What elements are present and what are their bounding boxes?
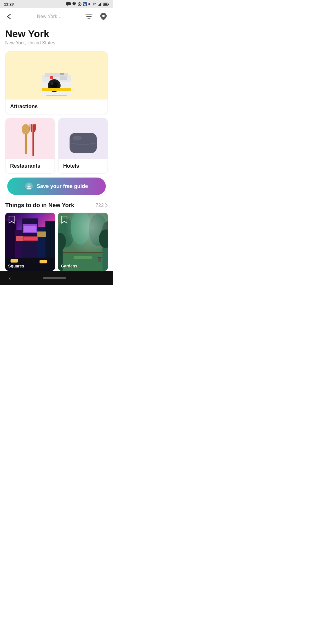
svg-rect-0	[66, 2, 71, 5]
svg-rect-68	[74, 256, 92, 259]
hotels-label: Hotels	[59, 159, 108, 173]
restaurants-label: Restaurants	[6, 159, 54, 173]
svg-rect-38	[35, 124, 36, 131]
bookmark-svg	[8, 216, 15, 224]
svg-point-57	[18, 259, 21, 264]
nav-action-icons	[84, 12, 108, 21]
things-to-do-count[interactable]: 722	[96, 202, 108, 208]
save-guide-label: Save your free guide	[37, 183, 88, 189]
wifi-icon	[92, 2, 96, 6]
location-button[interactable]	[99, 12, 108, 21]
heart-icon	[72, 2, 76, 6]
svg-rect-30	[46, 95, 67, 96]
main-content: New York New York, United States	[0, 25, 113, 173]
svg-rect-33	[25, 134, 27, 154]
svg-point-58	[27, 260, 29, 264]
status-icons: W	[66, 2, 109, 6]
svg-point-32	[22, 124, 30, 135]
svg-rect-21	[45, 73, 68, 77]
svg-rect-8	[98, 5, 99, 6]
restaurants-card[interactable]: Restaurants	[5, 118, 55, 173]
svg-rect-9	[99, 4, 100, 6]
nav-title: New York ↓	[37, 14, 61, 19]
attractions-image	[6, 52, 108, 100]
times-square-card[interactable]: Squares	[5, 213, 55, 271]
svg-text:W: W	[83, 3, 86, 6]
hotels-card[interactable]: Hotels	[58, 118, 108, 173]
bookmark-icon-central-park[interactable]	[61, 216, 68, 225]
svg-point-6	[88, 3, 90, 5]
svg-rect-39	[70, 133, 97, 153]
svg-rect-29	[60, 73, 64, 75]
bookmark-svg-2	[61, 216, 68, 224]
svg-rect-50	[16, 236, 23, 241]
svg-point-60	[47, 258, 50, 264]
back-arrow-icon	[6, 14, 13, 19]
location-pin-icon	[100, 13, 107, 20]
central-park-label: Gardens	[61, 264, 77, 268]
svg-point-59	[33, 259, 35, 264]
count-number: 722	[96, 202, 104, 208]
svg-rect-34	[32, 124, 34, 156]
svg-rect-13	[108, 3, 109, 5]
central-park-card[interactable]: Gardens	[58, 213, 108, 271]
back-button[interactable]	[5, 12, 14, 21]
battery-icon	[103, 3, 109, 6]
chevron-right-icon	[105, 203, 108, 208]
svg-rect-36	[34, 124, 35, 132]
svg-rect-10	[100, 3, 101, 6]
filter-icon	[85, 14, 93, 19]
time-display: 11:28	[4, 2, 14, 6]
back-chevron[interactable]: ‹	[9, 275, 11, 281]
svg-point-3	[79, 3, 80, 5]
download-icon	[25, 182, 33, 190]
attractions-label: Attractions	[6, 100, 108, 114]
home-indicator	[43, 277, 66, 279]
signal-icon	[98, 2, 102, 6]
svg-rect-53	[24, 237, 38, 240]
status-time: 11:28	[4, 2, 14, 6]
cutlery-svg	[16, 121, 45, 159]
svg-point-31	[51, 82, 53, 85]
message-icon	[66, 2, 71, 6]
pillow-svg	[67, 130, 99, 156]
svg-rect-49	[24, 226, 37, 232]
status-bar: 11:28 W	[0, 0, 113, 8]
svg-point-18	[102, 15, 105, 17]
attractions-card[interactable]: Attractions	[5, 51, 108, 114]
dot-icon	[88, 3, 90, 5]
top-nav: New York ↓	[0, 8, 113, 25]
restaurants-image	[6, 118, 54, 159]
filter-button[interactable]	[84, 12, 94, 21]
svg-rect-35	[31, 124, 32, 132]
times-square-label: Squares	[8, 264, 24, 268]
svg-rect-28	[60, 76, 67, 80]
svg-rect-27	[42, 88, 71, 91]
category-cards-row: Restaurants Hotels	[5, 118, 108, 173]
svg-point-26	[50, 76, 53, 79]
svg-rect-75	[98, 257, 102, 258]
svg-marker-1	[67, 5, 68, 6]
photo-grid: Squares	[0, 213, 113, 271]
things-to-do-header: Things to do in New York 722	[0, 202, 113, 209]
hotels-image	[59, 118, 108, 159]
bookmark-icon-times-square[interactable]	[8, 216, 15, 225]
svg-point-7	[94, 5, 94, 6]
city-title: New York	[5, 28, 108, 39]
word-icon: W	[83, 2, 87, 6]
svg-point-40	[73, 136, 82, 140]
camera-svg	[38, 65, 75, 100]
city-subtitle: New York, United States	[5, 40, 108, 46]
circle-icon	[78, 2, 81, 6]
svg-rect-11	[101, 2, 102, 6]
svg-rect-51	[37, 231, 46, 237]
svg-rect-37	[30, 124, 30, 131]
svg-rect-74	[98, 258, 101, 262]
svg-rect-14	[104, 3, 108, 5]
bottom-bar: ‹	[0, 271, 113, 285]
svg-rect-55	[11, 259, 18, 263]
things-to-do-title: Things to do in New York	[5, 202, 74, 209]
svg-rect-69	[61, 252, 105, 253]
save-guide-button[interactable]: Save your free guide	[7, 178, 106, 195]
svg-rect-56	[40, 260, 47, 263]
